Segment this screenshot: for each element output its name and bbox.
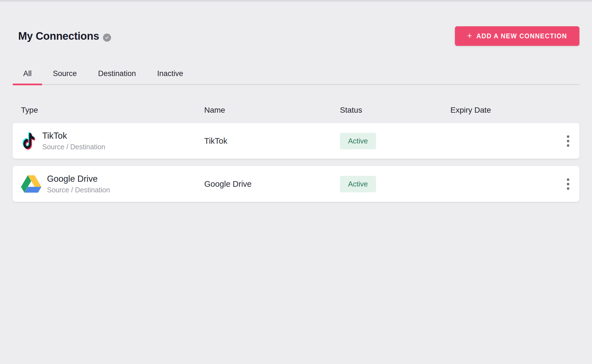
tiktok-icon [21,131,37,151]
top-edge-strip [0,0,592,2]
row-menu-kebab-icon[interactable] [565,176,571,192]
tab-destination[interactable]: Destination [88,69,147,84]
column-header-status: Status [340,106,450,115]
connections-list: TikTok Source / Destination TikTok Activ… [13,123,579,202]
connections-page: My Connections + ADD A NEW CONNECTION Al… [0,26,592,202]
google-drive-icon [21,175,41,193]
page-title: My Connections [18,30,99,42]
connection-type-label: Google Drive [47,174,110,184]
plus-icon: + [467,31,473,41]
table-row[interactable]: Google Drive Source / Destination Google… [13,166,579,202]
table-row[interactable]: TikTok Source / Destination TikTok Activ… [13,123,579,159]
table-column-headers: Type Name Status Expiry Date [13,106,579,115]
tab-all[interactable]: All [13,69,42,84]
type-text: TikTok Source / Destination [42,131,105,151]
tab-source[interactable]: Source [42,69,88,84]
row-menu-kebab-icon[interactable] [565,133,571,149]
connection-direction-label: Source / Destination [42,143,105,151]
status-badge: Active [340,133,376,149]
column-header-name: Name [204,106,340,115]
connection-name: TikTok [204,136,340,146]
status-cell: Active [340,133,450,149]
add-new-connection-button[interactable]: + ADD A NEW CONNECTION [455,26,579,46]
type-text: Google Drive Source / Destination [47,174,110,194]
page-header: My Connections + ADD A NEW CONNECTION [13,26,579,46]
check-circle-icon[interactable] [103,34,111,42]
status-badge: Active [340,176,376,192]
connection-name: Google Drive [204,179,340,189]
add-button-label: ADD A NEW CONNECTION [476,32,567,40]
column-header-type: Type [21,106,204,115]
connection-direction-label: Source / Destination [47,186,110,194]
type-cell: TikTok Source / Destination [21,131,204,151]
filter-tabs: All Source Destination Inactive [13,69,579,85]
connection-type-label: TikTok [42,131,105,141]
status-cell: Active [340,176,450,192]
type-cell: Google Drive Source / Destination [21,174,204,194]
column-header-expiry: Expiry Date [450,106,560,115]
title-wrap: My Connections [18,30,111,42]
tab-inactive[interactable]: Inactive [147,69,194,84]
